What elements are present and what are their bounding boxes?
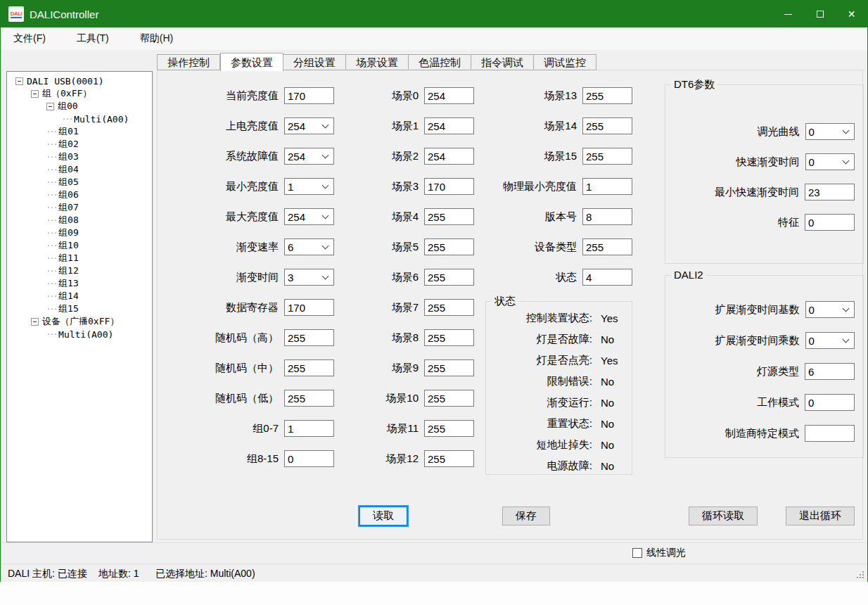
tab-4[interactable]: 色温控制 — [409, 54, 471, 70]
tree-item[interactable]: ···组05 — [7, 176, 152, 189]
tree-item[interactable]: ···组13 — [7, 277, 152, 290]
combo-fast-fade-time[interactable]: 0 — [805, 153, 855, 170]
chevron-down-icon — [322, 182, 329, 189]
tree-item[interactable]: ···组06 — [7, 189, 152, 201]
maximize-button[interactable] — [804, 1, 836, 27]
input-random-code-mid[interactable] — [284, 359, 334, 376]
tree-expand-icon[interactable] — [15, 77, 23, 85]
tree-item[interactable]: ···组02 — [7, 138, 152, 151]
tab-1[interactable]: 参数设置 — [220, 53, 283, 71]
input-min-fast-fade-time[interactable] — [805, 184, 855, 200]
input-manufacturer-mode[interactable] — [805, 425, 855, 442]
tree-expand-icon[interactable] — [46, 103, 54, 110]
linear-dimming-checkbox[interactable]: 线性调光 — [632, 547, 686, 559]
status-row-value: No — [592, 460, 623, 472]
read-button[interactable]: 读取 — [359, 507, 407, 526]
field-label-min-fast-fade-time: 最小快速渐变时间 — [674, 186, 799, 199]
tree-connector-icon: ··· — [62, 115, 72, 123]
input-operating-mode[interactable] — [805, 394, 855, 411]
input-scene-12[interactable] — [424, 450, 474, 467]
minimize-button[interactable] — [772, 1, 804, 27]
input-current-level[interactable] — [284, 87, 334, 104]
close-button[interactable]: ✕ — [836, 1, 867, 27]
menu-item-1[interactable]: 工具(T) — [74, 30, 112, 47]
tab-0[interactable]: 操作控制 — [157, 54, 220, 70]
combo-ext-fade-time-multiplier[interactable]: 0 — [805, 332, 855, 349]
tab-3[interactable]: 场景设置 — [346, 54, 409, 70]
combo-dimming-curve[interactable]: 0 — [805, 123, 855, 140]
input-scene-1[interactable] — [424, 117, 474, 134]
input-scene-6[interactable] — [424, 269, 474, 286]
tree-item[interactable]: ···组08 — [7, 214, 152, 227]
field-row-operating-mode: 工作模式 — [674, 394, 855, 411]
tab-6[interactable]: 调试监控 — [534, 54, 596, 70]
input-random-code-low[interactable] — [284, 390, 334, 407]
input-features[interactable] — [805, 214, 855, 231]
input-status[interactable] — [582, 269, 632, 286]
input-scene-0[interactable] — [424, 87, 474, 104]
tree-item[interactable]: 设备（广播0xFF） — [7, 315, 152, 328]
combo-min-level[interactable]: 1 — [284, 178, 334, 195]
tree-item-label: 组03 — [58, 151, 79, 163]
combo-ext-fade-time-base[interactable]: 0 — [805, 301, 855, 318]
tree-expand-icon[interactable] — [31, 318, 39, 326]
input-scene-7[interactable] — [424, 299, 474, 316]
tree-item[interactable]: ···组01 — [7, 125, 152, 138]
combo-system-failure-level[interactable]: 254 — [284, 148, 334, 165]
input-version[interactable] — [582, 208, 632, 225]
combo-fade-rate[interactable]: 6 — [284, 238, 334, 255]
tree-item[interactable]: ···组14 — [7, 290, 152, 302]
loop-read-button[interactable]: 循环读取 — [689, 507, 758, 526]
resize-grip[interactable] — [855, 570, 864, 578]
exit-loop-button[interactable]: 退出循环 — [786, 507, 855, 526]
input-light-source-type[interactable] — [805, 363, 855, 380]
tree-item-label: 组（0xFF） — [42, 87, 91, 100]
tree-item[interactable]: DALI USB(0001) — [7, 75, 152, 87]
tree-item[interactable]: ···组11 — [7, 252, 152, 265]
input-scene-2[interactable] — [424, 148, 474, 165]
field-label-scene-14: 场景14 — [487, 120, 577, 133]
input-scene-13[interactable] — [582, 87, 632, 104]
tree-item[interactable]: ···Multi(A00) — [7, 328, 152, 340]
checkbox-band: 线性调光 — [1, 542, 867, 563]
tree-item[interactable]: ···Multi(A00) — [7, 113, 152, 125]
tree-item[interactable]: ···组07 — [7, 201, 152, 214]
input-scene-3[interactable] — [424, 178, 474, 195]
tree-item[interactable]: 组（0xFF） — [7, 87, 152, 100]
combo-max-level[interactable]: 254 — [284, 208, 334, 225]
input-group-0-7[interactable] — [284, 420, 334, 437]
input-scene-14[interactable] — [582, 117, 632, 134]
field-row-light-source-type: 灯源类型 — [674, 363, 855, 380]
menu-item-2[interactable]: 帮助(H) — [137, 30, 176, 47]
tab-2[interactable]: 分组设置 — [283, 54, 346, 70]
input-scene-10[interactable] — [424, 390, 474, 407]
tree-item[interactable]: 组00 — [7, 100, 152, 113]
tree-item[interactable]: ···组12 — [7, 265, 152, 277]
input-random-code-high[interactable] — [284, 329, 334, 346]
input-physical-min-level[interactable] — [582, 178, 632, 195]
tree-item[interactable]: ···组04 — [7, 163, 152, 176]
input-group-8-15[interactable] — [284, 450, 334, 467]
tree-item[interactable]: ···组03 — [7, 151, 152, 163]
param-column-1: 当前亮度值上电亮度值254系统故障值254最小亮度值1最大亮度值254渐变速率6… — [170, 87, 334, 480]
field-label-random-code-low: 随机码（低） — [170, 392, 279, 405]
input-scene-9[interactable] — [424, 359, 474, 376]
input-scene-11[interactable] — [424, 420, 474, 437]
combo-power-on-level[interactable]: 254 — [284, 117, 334, 134]
input-data-register[interactable] — [284, 299, 334, 316]
combo-value-power-on-level: 254 — [285, 120, 323, 132]
tab-5[interactable]: 指令调试 — [471, 54, 534, 70]
tree-connector-icon: ··· — [46, 267, 57, 275]
tree-item[interactable]: ···组15 — [7, 302, 152, 315]
input-scene-5[interactable] — [424, 238, 474, 255]
tree-item[interactable]: ···组09 — [7, 227, 152, 239]
tree-expand-icon[interactable] — [31, 90, 39, 98]
combo-fade-time[interactable]: 3 — [284, 269, 334, 286]
input-scene-8[interactable] — [424, 329, 474, 346]
input-scene-15[interactable] — [582, 148, 632, 165]
input-device-type[interactable] — [582, 238, 632, 255]
save-button[interactable]: 保存 — [502, 507, 550, 526]
menu-item-0[interactable]: 文件(F) — [11, 30, 49, 47]
tree-item[interactable]: ···组10 — [7, 239, 152, 252]
input-scene-4[interactable] — [424, 208, 474, 225]
